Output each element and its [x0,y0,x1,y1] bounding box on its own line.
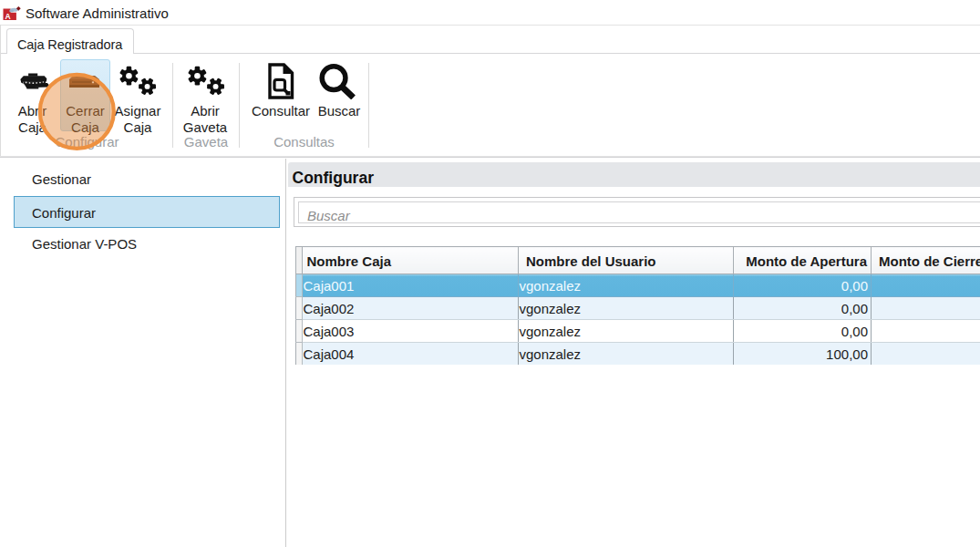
svg-text:A: A [5,11,10,20]
